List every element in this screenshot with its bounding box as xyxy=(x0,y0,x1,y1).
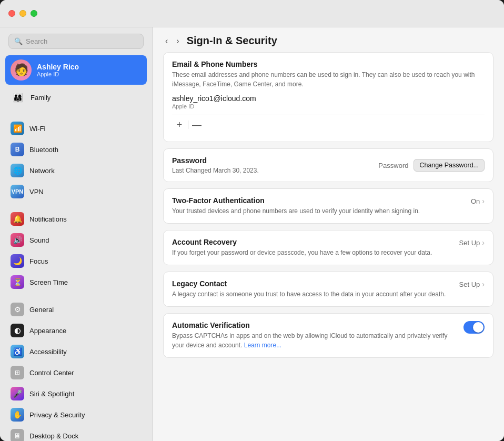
chevron-icon: › xyxy=(482,280,485,288)
sidebar-item-controlcenter[interactable]: ⊞ Control Center xyxy=(5,363,147,383)
sidebar-item-label: VPN xyxy=(29,188,44,196)
sidebar-item-screentime[interactable]: ⏳ Screen Time xyxy=(5,272,147,292)
account-recovery-desc: If you forget your password or device pa… xyxy=(172,248,455,257)
close-button[interactable] xyxy=(8,10,15,17)
remove-email-button[interactable]: — xyxy=(189,118,204,131)
sidebar-item-accessibility[interactable]: ♿ Accessibility xyxy=(5,342,147,362)
sidebar-item-privacy[interactable]: ✋ Privacy & Security xyxy=(5,405,147,425)
sidebar-item-label: Appearance xyxy=(29,327,66,335)
password-section-title: Password xyxy=(172,156,259,165)
general-icon: ⚙ xyxy=(11,303,24,316)
add-email-button[interactable]: + xyxy=(172,118,187,131)
user-item[interactable]: 🧑 Ashley Rico Apple ID xyxy=(5,55,147,85)
traffic-lights xyxy=(8,10,37,17)
back-button[interactable]: ‹ xyxy=(163,36,170,46)
account-recovery-row: Account Recovery If you forget your pass… xyxy=(172,238,485,257)
legacy-contact-title: Legacy Contact xyxy=(172,279,455,288)
content-area: ‹ › Sign-In & Security Email & Phone Num… xyxy=(153,27,504,441)
two-factor-right: On › xyxy=(471,197,485,205)
sidebar-item-desktop[interactable]: 🖥 Desktop & Dock xyxy=(5,426,147,441)
search-box[interactable]: 🔍 Search xyxy=(8,34,144,49)
account-recovery-section[interactable]: Account Recovery If you forget your pass… xyxy=(164,230,493,265)
learn-more-link[interactable]: Learn more... xyxy=(244,342,281,349)
auto-verification-toggle[interactable] xyxy=(463,321,485,334)
sidebar-item-wifi[interactable]: 📶 Wi-Fi xyxy=(5,118,147,138)
notifications-icon: 🔔 xyxy=(11,212,24,226)
sidebar-item-label: Siri & Spotlight xyxy=(29,390,74,398)
two-factor-left: Two-Factor Authentication Your trusted d… xyxy=(172,196,467,216)
account-recovery-right: Set Up › xyxy=(459,238,485,247)
auto-verification-desc: Bypass CAPTCHAs in apps and on the web b… xyxy=(172,331,459,350)
page-title: Sign-In & Security xyxy=(187,35,277,47)
sidebar-item-sound[interactable]: 🔊 Sound xyxy=(5,230,147,250)
sidebar-item-appearance[interactable]: ◐ Appearance xyxy=(5,320,147,340)
maximize-button[interactable] xyxy=(31,10,37,17)
minimize-button[interactable] xyxy=(19,10,26,17)
account-recovery-title: Account Recovery xyxy=(172,238,455,246)
two-factor-desc: Your trusted devices and phone numbers a… xyxy=(172,206,467,216)
avatar: 🧑 xyxy=(11,59,32,81)
wifi-icon: 📶 xyxy=(11,122,24,135)
auto-verification-section: Automatic Verification Bypass CAPTCHAs i… xyxy=(164,314,493,357)
chevron-icon: › xyxy=(482,238,485,247)
sidebar-item-siri[interactable]: 🎤 Siri & Spotlight xyxy=(5,384,147,404)
focus-icon: 🌙 xyxy=(11,254,24,268)
email-phone-card: Email & Phone Numbers These email addres… xyxy=(163,52,493,142)
two-factor-section[interactable]: Two-Factor Authentication Your trusted d… xyxy=(164,189,493,223)
legacy-contact-card: Legacy Contact A legacy contact is someo… xyxy=(163,272,493,307)
bluetooth-icon: B xyxy=(11,143,24,156)
search-icon: 🔍 xyxy=(14,37,23,45)
accessibility-icon: ♿ xyxy=(11,345,24,358)
content-header: ‹ › Sign-In & Security xyxy=(153,27,504,52)
email-section-desc: These email addresses and phone numbers … xyxy=(172,70,485,89)
auto-verification-title: Automatic Verification xyxy=(172,321,459,329)
email-section: Email & Phone Numbers These email addres… xyxy=(164,53,493,142)
content-body: Email & Phone Numbers These email addres… xyxy=(153,52,504,441)
main-window: 🔍 Search 🧑 Ashley Rico Apple ID 👨‍👩‍👧 xyxy=(0,0,504,441)
sidebar-item-label: Bluetooth xyxy=(29,146,58,154)
sidebar-item-general[interactable]: ⚙ General xyxy=(5,299,147,319)
sidebar-item-bluetooth[interactable]: B Bluetooth xyxy=(5,139,147,159)
sidebar-item-label: Notifications xyxy=(29,215,67,223)
legacy-contact-left: Legacy Contact A legacy contact is someo… xyxy=(172,279,455,299)
search-container: 🔍 Search xyxy=(0,27,152,55)
legacy-contact-row: Legacy Contact A legacy contact is someo… xyxy=(172,279,485,299)
sidebar-item-notifications[interactable]: 🔔 Notifications xyxy=(5,209,147,229)
sidebar-item-family[interactable]: 👨‍👩‍👧 Family xyxy=(5,87,147,108)
account-recovery-action: Set Up xyxy=(459,239,480,247)
controlcenter-icon: ⊞ xyxy=(11,366,24,379)
two-factor-title: Two-Factor Authentication xyxy=(172,196,467,205)
password-section: Password Last Changed March 30, 2023. Pa… xyxy=(164,149,493,182)
sidebar-item-network[interactable]: 🌐 Network xyxy=(5,161,147,181)
titlebar xyxy=(0,0,504,27)
two-factor-status: On xyxy=(471,197,480,205)
user-info: Ashley Rico Apple ID xyxy=(37,63,79,77)
desktop-icon: 🖥 xyxy=(11,429,24,441)
sidebar-item-vpn[interactable]: VPN VPN xyxy=(5,182,147,202)
search-input[interactable]: Search xyxy=(26,37,47,45)
sidebar-item-label: Sound xyxy=(29,236,49,244)
vpn-icon: VPN xyxy=(11,185,24,198)
chevron-icon: › xyxy=(482,197,485,205)
family-avatar: 👨‍👩‍👧 xyxy=(11,90,25,105)
family-label: Family xyxy=(31,94,51,102)
email-field-label: Apple ID xyxy=(172,103,485,109)
email-value: ashley_rico1@icloud.com xyxy=(172,94,485,103)
sidebar-item-label: Desktop & Dock xyxy=(29,432,78,440)
forward-button[interactable]: › xyxy=(174,36,181,46)
change-password-button[interactable]: Change Password... xyxy=(414,159,485,172)
sidebar-item-label: Screen Time xyxy=(29,278,68,286)
btn-separator xyxy=(188,121,188,129)
sound-icon: 🔊 xyxy=(11,233,24,247)
two-factor-row: Two-Factor Authentication Your trusted d… xyxy=(172,196,485,216)
legacy-contact-desc: A legacy contact is someone you trust to… xyxy=(172,289,455,299)
sidebar-item-label: Focus xyxy=(29,257,48,265)
legacy-contact-section[interactable]: Legacy Contact A legacy contact is someo… xyxy=(164,272,493,306)
password-title-group: Password Last Changed March 30, 2023. xyxy=(172,156,259,174)
auto-verification-card: Automatic Verification Bypass CAPTCHAs i… xyxy=(163,313,493,358)
sidebar-item-label: Control Center xyxy=(29,369,74,377)
account-recovery-left: Account Recovery If you forget your pass… xyxy=(172,238,455,257)
sidebar-item-label: Privacy & Security xyxy=(29,411,85,419)
password-field-label: Password xyxy=(378,162,408,169)
sidebar-item-focus[interactable]: 🌙 Focus xyxy=(5,251,147,271)
